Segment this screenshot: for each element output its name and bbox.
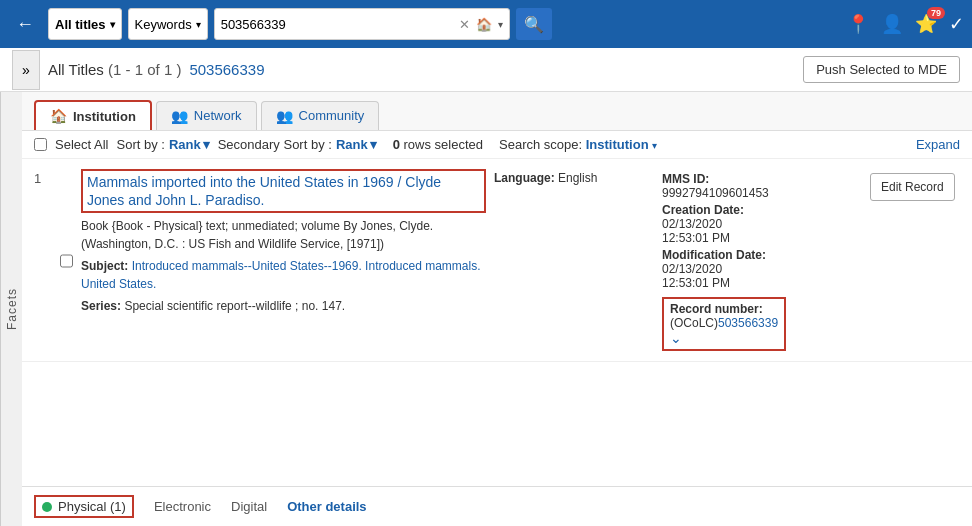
result-main: Mammals imported into the United States … [81,169,486,351]
keywords-label: Keywords [135,17,192,32]
result-title-link[interactable]: Mammals imported into the United States … [81,169,486,213]
toolbar: Select All Sort by : Rank ▾ Secondary So… [22,131,972,159]
sort-control: Sort by : Rank ▾ [116,137,209,152]
select-all-label: Select All [55,137,108,152]
physical-status-dot [42,502,52,512]
rows-selected-count: 0 [393,137,400,152]
tab-community[interactable]: 👥 Community [261,101,380,130]
institution-tab-icon: 🏠 [50,108,67,124]
breadcrumb-bar: » All Titles (1 - 1 of 1 ) 503566339 Pus… [0,48,972,92]
breadcrumb-query[interactable]: 503566339 [189,61,264,78]
search-scope-label: Search scope: [499,137,582,152]
scope-select-label: All titles [55,17,106,32]
nav-back-button[interactable]: ← [8,10,42,39]
community-tab-icon: 👥 [276,108,293,124]
bottom-tab-electronic-label: Electronic [154,499,211,514]
search-scope-toolbar: Search scope: Institution ▾ [499,137,657,152]
search-scope-value[interactable]: Institution [586,137,649,152]
secondary-sort-value: Rank [336,137,368,152]
secondary-sort-label: Secondary Sort by : [218,137,332,152]
sort-value: Rank [169,137,201,152]
top-nav-bar: ← All titles ▾ Keywords ▾ ✕ 🏠 ▾ 🔍 📍 👤 ⭐ … [0,0,972,48]
breadcrumb-title: All Titles (1 - 1 of 1 ) [48,61,181,78]
record-number-field: Record number: (OCoLC)503566339 ⌄ [662,293,862,351]
result-series: Series: Special scientific report--wildl… [81,297,486,315]
bottom-tab-electronic[interactable]: Electronic [154,499,211,514]
search-input[interactable] [221,17,460,32]
creation-date-field: Creation Date: 02/13/2020 12:53:01 PM [662,203,862,245]
facets-toggle-button[interactable]: » [12,50,40,90]
secondary-sort-control: Secondary Sort by : Rank ▾ [218,137,377,152]
bottom-tabs: Physical (1) Electronic Digital Other de… [22,486,972,526]
record-num-prefix: (OCoLC) [670,316,718,330]
result-number: 1 [34,169,52,351]
bottom-tab-other-details[interactable]: Other details [287,499,366,514]
home-dropdown-icon[interactable]: ▾ [498,19,503,30]
bottom-tab-digital[interactable]: Digital [231,499,267,514]
result-format: Book {Book - Physical} text; unmediated;… [81,219,340,233]
bottom-tab-other-label: Other details [287,499,366,514]
expand-button[interactable]: Expand [916,137,960,152]
tab-network[interactable]: 👥 Network [156,101,257,130]
language-label: Language: [494,171,555,185]
scope-dropdown-icon[interactable]: ▾ [652,140,657,151]
modification-value: 02/13/2020 12:53:01 PM [662,262,862,290]
subject-label: Subject: [81,259,128,273]
bottom-tab-digital-label: Digital [231,499,267,514]
breadcrumb-count: (1 - 1 of 1 ) [108,61,181,78]
record-num-label: Record number: [670,302,778,316]
tab-institution-label: Institution [73,109,136,124]
record-num-link[interactable]: 503566339 [718,316,778,330]
keywords-select[interactable]: Keywords ▾ [128,8,208,40]
sort-by-rank-button[interactable]: Rank ▾ [169,137,210,152]
result-language: Language: English [494,171,654,351]
bottom-tab-physical-label: Physical (1) [58,499,126,514]
star-icon[interactable]: ⭐ 79 [915,13,937,35]
subject-value[interactable]: Introduced mammals--United States--1969.… [81,259,481,291]
scope-select[interactable]: All titles ▾ [48,8,122,40]
search-bar: ✕ 🏠 ▾ [214,8,511,40]
facets-label-container: Facets 🏠 Institution 👥 Network 👥 Communi… [0,92,972,526]
push-mde-button[interactable]: Push Selected to MDE [803,56,960,83]
home-icon[interactable]: 🏠 [476,17,492,32]
tab-institution[interactable]: 🏠 Institution [34,100,152,130]
sort-dropdown-icon: ▾ [203,137,210,152]
search-button[interactable]: 🔍 [516,8,552,40]
facets-label: Facets [0,92,22,526]
record-number-box: Record number: (OCoLC)503566339 ⌄ [662,297,786,351]
checkmark-icon[interactable]: ✓ [949,13,964,35]
network-tab-icon: 👥 [171,108,188,124]
result-meta: Book {Book - Physical} text; unmediated;… [81,217,486,253]
tab-network-label: Network [194,108,242,123]
creation-value: 02/13/2020 12:53:01 PM [662,217,862,245]
mms-field: MMS ID: 9992794109601453 [662,172,862,200]
modification-label: Modification Date: [662,248,862,262]
mms-value: 9992794109601453 [662,186,862,200]
result-list: 1 Mammals imported into the United State… [22,159,972,486]
series-label: Series: [81,299,121,313]
bottom-tab-physical[interactable]: Physical (1) [34,495,134,518]
person-icon[interactable]: 👤 [881,13,903,35]
creation-label: Creation Date: [662,203,862,217]
modification-date-field: Modification Date: 02/13/2020 12:53:01 P… [662,248,862,290]
secondary-sort-dropdown-icon: ▾ [370,137,377,152]
rows-selected-label: rows selected [404,137,483,152]
scope-dropdown-icon: ▾ [110,19,115,30]
select-all-checkbox[interactable] [34,138,47,151]
rows-selected: 0 rows selected [393,137,483,152]
tabs-bar: 🏠 Institution 👥 Network 👥 Community [22,92,972,131]
series-value: Special scientific report--wildlife ; no… [124,299,345,313]
clear-icon[interactable]: ✕ [459,17,470,32]
breadcrumb-title-text: All Titles [48,61,104,78]
main-content: 🏠 Institution 👥 Network 👥 Community Sele… [22,92,972,526]
pin-icon[interactable]: 📍 [847,13,869,35]
sort-label: Sort by : [116,137,164,152]
edit-record-button[interactable]: Edit Record [870,173,955,201]
keywords-dropdown-icon: ▾ [196,19,201,30]
star-badge: 79 [927,7,945,19]
result-checkbox[interactable] [60,171,73,351]
table-row: 1 Mammals imported into the United State… [22,159,972,362]
language-value: English [558,171,597,185]
secondary-sort-by-rank-button[interactable]: Rank ▾ [336,137,377,152]
result-ids: MMS ID: 9992794109601453 Creation Date: … [662,169,862,351]
